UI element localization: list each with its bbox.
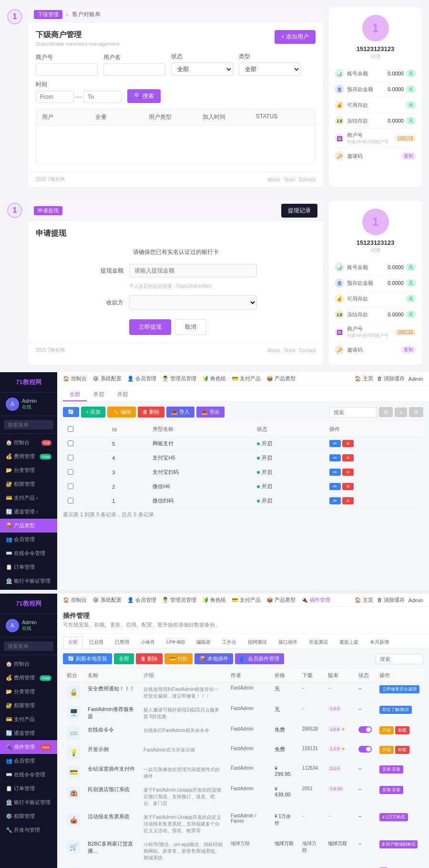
row-checkbox[interactable] bbox=[68, 440, 73, 446]
row-edit-button[interactable]: ✏ bbox=[329, 483, 341, 490]
delete-button[interactable]: 🗑 删除 bbox=[138, 407, 164, 418]
topbar-item-dashboard[interactable]: 🏠 控制台 bbox=[63, 375, 87, 382]
ptab-widget[interactable]: 小体件 bbox=[135, 637, 160, 648]
ptab-lineapp[interactable]: Line-app bbox=[161, 637, 190, 648]
select-all-checkbox[interactable] bbox=[68, 426, 73, 432]
s4-sidebar-item-order[interactable]: 📋 订单管理 bbox=[0, 782, 57, 795]
row-checkbox[interactable] bbox=[68, 498, 73, 503]
topbar-item-type[interactable]: 📦 产品类型 bbox=[266, 375, 296, 382]
topbar-item-pay[interactable]: 💳 支付产品 bbox=[232, 375, 261, 382]
row-delete-button[interactable]: ✕ bbox=[342, 483, 354, 490]
footer-about[interactable]: About bbox=[267, 177, 280, 182]
s4-topbar-admin[interactable]: 👨‍💼 管理员管理 bbox=[162, 596, 196, 604]
sidebar-item-bank[interactable]: 🏦 银行卡验证管理 bbox=[0, 574, 57, 588]
topbar-home[interactable]: 🏠 主页 bbox=[355, 375, 373, 382]
plugin-install-button2[interactable]: 安装·安装 bbox=[379, 786, 404, 794]
ptab-workbench[interactable]: 工作台 bbox=[217, 637, 242, 648]
row-delete-button[interactable]: ✕ bbox=[342, 469, 354, 476]
s4-topbar-role[interactable]: 🔰 角色组 bbox=[202, 596, 226, 604]
s4-sidebar-item-bank[interactable]: 🏦 银行卡验证管理 bbox=[0, 795, 57, 809]
ptab-latest[interactable]: 最新上架 bbox=[334, 637, 364, 648]
plugin-member-button[interactable]: 👥 会员插件管理 bbox=[235, 653, 284, 664]
sidebar-item-member[interactable]: 👥 会员管理 bbox=[0, 533, 57, 546]
plugin-buy-button[interactable]: ¥ 1万万购买 bbox=[379, 813, 409, 821]
withdrawal-amount-input[interactable] bbox=[129, 264, 257, 277]
plugin-mall-button[interactable]: 多用户微城制购买 bbox=[379, 840, 418, 848]
ptab-disabled[interactable]: 已禁用 bbox=[110, 637, 134, 648]
row-checkbox[interactable] bbox=[68, 469, 73, 475]
status-select[interactable]: 全部 bbox=[171, 63, 233, 76]
import-button[interactable]: 📥 导入 bbox=[166, 407, 194, 418]
ptab-editor[interactable]: 编辑器 bbox=[191, 637, 216, 648]
add-button[interactable]: + 添加 bbox=[81, 407, 105, 418]
s4-topbar-home[interactable]: 🏠 主页 bbox=[355, 596, 373, 604]
plugin-uninstall-button[interactable]: 卸载 bbox=[395, 726, 409, 734]
grid-view-button[interactable]: ⊞ bbox=[379, 407, 393, 417]
plugin-install-button[interactable]: 安装·安装 bbox=[379, 765, 404, 774]
sidebar-item-category[interactable]: 📂 分类管理 bbox=[0, 463, 57, 477]
s2-footer-contact[interactable]: Contact bbox=[299, 348, 316, 353]
sidebar-item-order[interactable]: 📋 订单管理 bbox=[0, 560, 57, 574]
sidebar-item-online[interactable]: ⌨️ 在线令令管理 bbox=[0, 546, 57, 560]
date-from-input[interactable] bbox=[36, 91, 74, 103]
s4-topbar-sysconfig[interactable]: ⚙️ 系统配置 bbox=[92, 596, 122, 604]
tab-all[interactable]: 全部 bbox=[63, 388, 87, 401]
row-delete-button[interactable]: ✕ bbox=[342, 440, 354, 447]
s4-sidebar-item-cost[interactable]: 💰 费用管理 new bbox=[0, 671, 57, 685]
search-button[interactable]: 🔍 搜索 bbox=[127, 89, 161, 103]
add-user-button[interactable]: + 添加用户 bbox=[275, 30, 316, 44]
plugin-action-button[interactable]: 立即修复安全漏洞 bbox=[379, 685, 419, 693]
plugin-toggle[interactable] bbox=[355, 723, 376, 743]
plugin-upgrade-button[interactable]: 升级 bbox=[379, 726, 394, 734]
s4-topbar-type[interactable]: 📦 产品类型 bbox=[266, 596, 296, 604]
s4-sidebar-item-perm2[interactable]: ⚙️ 权限管理 bbox=[0, 809, 57, 823]
plugin-refresh-button[interactable]: 🔄 刷新本地安装 bbox=[63, 653, 112, 664]
history-button[interactable]: 提现记录 bbox=[281, 204, 317, 218]
plugin-batch-button[interactable]: 全部 bbox=[114, 653, 134, 664]
plugin-search-input[interactable] bbox=[376, 654, 423, 664]
sidebar-item-dashboard[interactable]: 🏠 控制台 hot bbox=[0, 436, 57, 450]
filter-button[interactable]: ⚙ bbox=[409, 407, 423, 417]
s4-sidebar-item-dev[interactable]: 🔧 开发与管理 bbox=[0, 823, 57, 837]
sidebar-item-channel[interactable]: 🔄 通道管理 › bbox=[0, 505, 57, 519]
s4-sidebar-item-online[interactable]: ⌨️ 在线令令管理 bbox=[0, 768, 57, 782]
plugin-local-button[interactable]: 📦 本地插件 bbox=[194, 653, 233, 664]
ptab-enabled[interactable]: 已启用 bbox=[84, 637, 109, 648]
s4-sidebar-item-dashboard[interactable]: 🏠 控制台 bbox=[0, 657, 57, 671]
edit-button[interactable]: ✏️ 编辑 bbox=[107, 407, 135, 418]
topbar-item-member[interactable]: 👤 会员管理 bbox=[127, 375, 156, 382]
topbar-item-sysconfig[interactable]: ⚙️ 系统配置 bbox=[92, 375, 122, 382]
s4-sidebar-item-category[interactable]: 📂 分类管理 bbox=[0, 685, 57, 699]
topbar-item-admin[interactable]: 👨‍💼 管理员管理 bbox=[162, 375, 196, 382]
ptab-devtest[interactable]: 开发测试 bbox=[304, 637, 333, 648]
export-button[interactable]: 📤 导出 bbox=[196, 407, 225, 418]
s4-topbar-member[interactable]: 👤 会员管理 bbox=[127, 596, 156, 604]
s2-copy-button[interactable]: 复制 bbox=[401, 346, 416, 354]
tab-open1[interactable]: 开启 bbox=[87, 388, 111, 401]
plugin-uninstall-button2[interactable]: 卸载 bbox=[395, 746, 409, 754]
s4-sidebar-item-plugin[interactable]: 🔌 插件管理 new bbox=[0, 740, 57, 754]
s4-topbar-dashboard[interactable]: 🏠 控制台 bbox=[63, 596, 87, 604]
merchant-input[interactable] bbox=[36, 63, 98, 76]
receiver-select[interactable] bbox=[129, 295, 257, 310]
s4-sidebar-item-payment[interactable]: 💳 支付产品 bbox=[0, 712, 57, 726]
s2-footer-team[interactable]: Team bbox=[284, 348, 295, 353]
list-view-button[interactable]: ≡ bbox=[395, 408, 407, 417]
ptab-all[interactable]: 全部 bbox=[63, 637, 83, 648]
row-delete-button[interactable]: ✕ bbox=[342, 497, 354, 504]
ptab-api[interactable]: 接口插件 bbox=[273, 637, 303, 648]
sidebar-item-product-type[interactable]: 📦 产品类型 bbox=[0, 519, 57, 533]
footer-team[interactable]: Team bbox=[284, 177, 295, 182]
s2-footer-about[interactable]: About bbox=[267, 348, 280, 353]
sidebar-item-permission[interactable]: 🔐 权限管理 bbox=[0, 477, 57, 491]
plugin-view-button[interactable]: 前往了解/购买 bbox=[379, 706, 412, 714]
row-edit-button[interactable]: ✏ bbox=[329, 440, 341, 447]
s4-topbar-clear[interactable]: 🗑 清除缓存 bbox=[377, 596, 405, 604]
sidebar-item-cost[interactable]: 💰 费用管理 new bbox=[0, 450, 57, 463]
s4-topbar-plugin[interactable]: 🔌 插件管理 bbox=[301, 596, 330, 604]
plugin-upgrade-button2[interactable]: 升级 bbox=[379, 746, 394, 754]
date-to-input[interactable] bbox=[83, 91, 122, 103]
s4-sidebar-item-channel[interactable]: 🔄 通道管理 bbox=[0, 726, 57, 740]
sidebar-item-payment[interactable]: 💳 支付产品 › bbox=[0, 491, 57, 505]
plugin-toggle[interactable] bbox=[355, 743, 376, 763]
